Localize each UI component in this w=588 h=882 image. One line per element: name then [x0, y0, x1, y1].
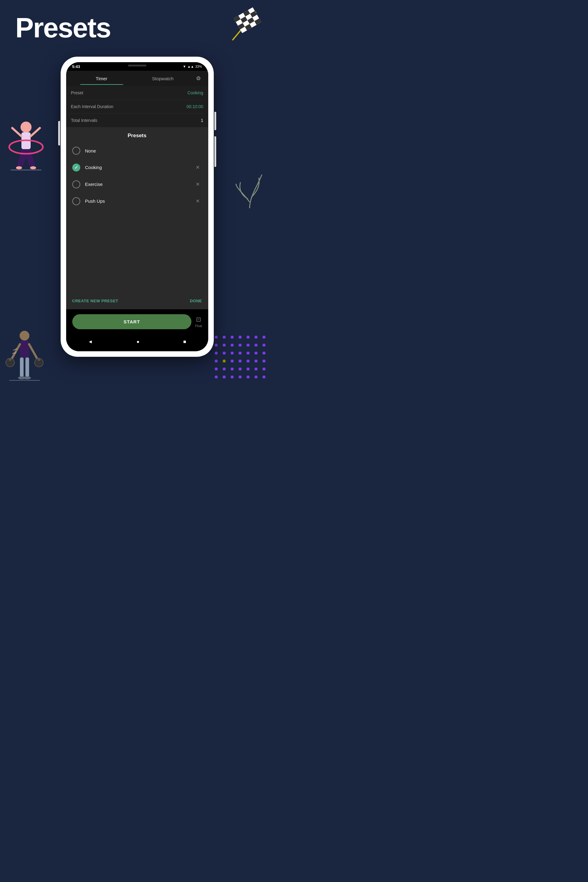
svg-rect-25	[9, 358, 11, 361]
dot-item	[255, 375, 258, 378]
dot-item	[223, 360, 226, 363]
nav-back-button[interactable]: ◄	[82, 337, 99, 346]
settings-icon[interactable]: ⚙	[194, 73, 203, 84]
dot-item	[214, 368, 218, 370]
dot-item	[214, 360, 218, 363]
dot-item	[255, 360, 258, 363]
dot-item	[231, 368, 234, 370]
preset-radio-exercise	[72, 180, 80, 188]
total-intervals-row[interactable]: Total Intervals 1	[71, 114, 203, 127]
interval-duration-value: 00:10:00	[186, 104, 203, 109]
android-nav-bar: ◄ ● ■	[66, 334, 208, 351]
settings-panel: Preset Cooking Each Interval Duration 00…	[66, 86, 208, 127]
svg-line-20	[11, 344, 20, 360]
svg-point-31	[24, 376, 31, 380]
presets-modal: Presets None Cooking ✕ Exercise ✕	[66, 127, 208, 309]
page-title: Presets	[15, 12, 111, 44]
power-button	[58, 121, 60, 146]
preset-radio-pushups	[72, 197, 80, 205]
status-bar: 5:43 ▼ ▲▲ 33%	[66, 62, 208, 71]
dot-item	[214, 352, 218, 355]
dot-item	[255, 368, 258, 370]
dot-item	[223, 336, 226, 339]
dot-item	[238, 360, 242, 363]
dot-item	[262, 344, 266, 346]
tab-timer[interactable]: Timer	[71, 72, 132, 85]
svg-line-21	[29, 344, 38, 360]
preset-option-cooking[interactable]: Cooking ✕	[66, 159, 208, 176]
dot-item	[231, 344, 234, 346]
dot-item	[262, 336, 266, 339]
done-button[interactable]: DONE	[190, 298, 202, 303]
total-intervals-value: 1	[201, 118, 203, 123]
dot-item	[223, 368, 226, 370]
dot-item	[214, 375, 218, 378]
nav-recents-button[interactable]: ■	[177, 337, 192, 346]
dots-decoration	[214, 336, 268, 381]
preset-name-none: None	[85, 148, 202, 153]
nav-home-button[interactable]: ●	[130, 337, 146, 346]
dot-item	[214, 344, 218, 346]
float-icon: ⊡	[196, 316, 201, 323]
dot-item	[255, 344, 258, 346]
create-preset-button[interactable]: CREATE NEW PRESET	[72, 298, 118, 303]
dot-item	[238, 368, 242, 370]
svg-point-10	[21, 122, 32, 133]
svg-point-16	[30, 166, 36, 170]
dot-item	[223, 344, 226, 346]
tab-stopwatch[interactable]: Stopwatch	[132, 72, 194, 85]
start-button[interactable]: START	[72, 314, 192, 329]
tab-bar: Timer Stopwatch ⚙	[66, 71, 208, 86]
preset-value: Cooking	[188, 90, 203, 95]
dot-item	[255, 336, 258, 339]
volume-down-button	[214, 136, 216, 167]
preset-delete-exercise[interactable]: ✕	[193, 180, 202, 188]
dot-item	[231, 336, 234, 339]
svg-point-15	[16, 166, 22, 170]
dot-item	[246, 336, 250, 339]
float-button[interactable]: ⊡ Float	[195, 316, 202, 328]
volume-up-button	[214, 112, 216, 130]
phone-frame: 5:43 ▼ ▲▲ 33% Timer Stopwatch ⚙	[61, 57, 214, 357]
dot-item	[223, 352, 226, 355]
total-intervals-label: Total Intervals	[71, 118, 98, 123]
preset-name-cooking: Cooking	[85, 165, 193, 170]
dot-item	[262, 368, 266, 370]
preset-delete-cooking[interactable]: ✕	[193, 163, 202, 171]
dot-item	[246, 360, 250, 363]
interval-duration-row[interactable]: Each Interval Duration 00:10:00	[71, 100, 203, 114]
wifi-icon: ▼	[183, 64, 186, 68]
dot-item	[246, 368, 250, 370]
preset-radio-none	[72, 147, 80, 154]
modal-footer: CREATE NEW PRESET DONE	[66, 294, 208, 309]
fitness-illustration	[4, 326, 44, 393]
flag-decoration	[228, 6, 265, 44]
dot-item	[223, 375, 226, 378]
preset-label: Preset	[71, 90, 83, 95]
preset-option-pushups[interactable]: Push Ups ✕	[66, 193, 208, 210]
status-time: 5:43	[72, 64, 80, 69]
interval-duration-label: Each Interval Duration	[71, 104, 114, 109]
bottom-controls: START ⊡ Float	[66, 309, 208, 334]
preset-delete-pushups[interactable]: ✕	[193, 197, 202, 205]
presets-modal-title: Presets	[66, 127, 208, 142]
dot-item	[231, 375, 234, 378]
preset-name-exercise: Exercise	[85, 182, 193, 187]
svg-rect-23	[26, 357, 29, 377]
dot-item	[262, 360, 266, 363]
plant-decoration	[234, 171, 265, 208]
status-icons: ▼ ▲▲ 33%	[183, 64, 202, 68]
battery-text: 33%	[195, 64, 202, 68]
dot-item	[238, 344, 242, 346]
dot-item	[246, 375, 250, 378]
preset-row[interactable]: Preset Cooking	[71, 86, 203, 100]
preset-option-none[interactable]: None	[66, 142, 208, 159]
svg-point-18	[20, 331, 29, 340]
dot-item	[246, 352, 250, 355]
preset-radio-cooking	[72, 164, 80, 171]
preset-option-exercise[interactable]: Exercise ✕	[66, 176, 208, 193]
dot-item	[246, 344, 250, 346]
svg-line-13	[31, 128, 40, 136]
hula-hoop-illustration	[4, 116, 48, 178]
dot-item	[238, 336, 242, 339]
